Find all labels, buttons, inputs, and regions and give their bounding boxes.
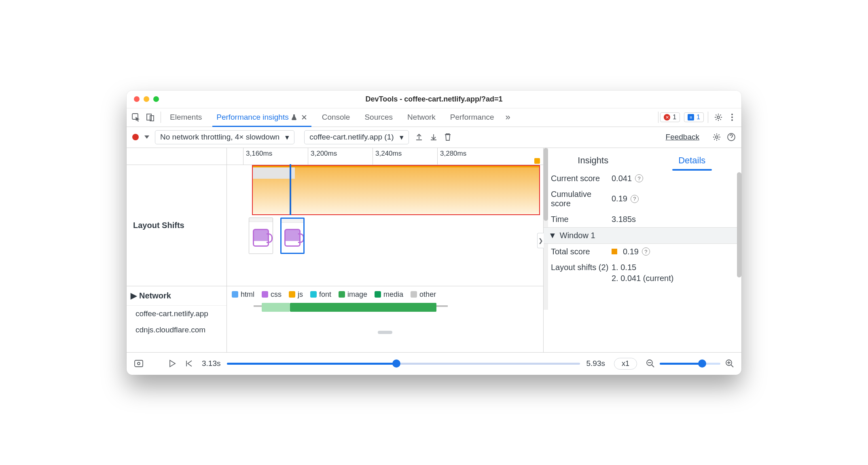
screenshot-thumbs [249, 218, 305, 254]
tab-network[interactable]: Network [400, 108, 443, 127]
details-tabs: Insights Details [544, 148, 741, 171]
help-icon[interactable]: ? [631, 195, 639, 203]
network-lane: html css js font image media other [227, 286, 543, 330]
recording-select[interactable]: coffee-cart.netlify.app (1) ▾ [304, 130, 409, 144]
speed-value: x1 [622, 359, 629, 368]
settings-icon[interactable] [710, 113, 727, 122]
zoom-out-icon[interactable] [646, 359, 655, 368]
tabs-overflow-icon[interactable]: » [502, 112, 514, 123]
network-host-row[interactable]: coffee-cart.netlify.app [127, 306, 227, 322]
score-chip [612, 249, 617, 254]
record-button[interactable] [132, 134, 139, 140]
zoom-window-button[interactable] [153, 96, 159, 102]
expand-icon: ▶ [131, 291, 137, 300]
inspect-element-icon[interactable] [131, 113, 140, 122]
zoom-controls [646, 359, 734, 368]
svg-point-10 [138, 362, 140, 365]
close-window-button[interactable] [134, 96, 140, 102]
network-bars[interactable] [232, 301, 538, 330]
more-menu-icon[interactable] [727, 113, 737, 122]
divider [658, 112, 658, 123]
tab-performance-insights[interactable]: Performance insights ✕ [209, 108, 314, 127]
selection-rect [252, 165, 540, 215]
devtools-window: DevTools - coffee-cart.netlify.app/?ad=1… [127, 91, 741, 375]
issues-count: 1 [697, 114, 700, 121]
throttling-value: No network throttling, 4× slowdown [160, 133, 279, 142]
minimize-window-button[interactable] [144, 96, 149, 102]
flask-icon [291, 114, 297, 120]
section-label: Window 1 [560, 231, 595, 240]
layout-shifts-row: Layout shifts (2) 1. 0.15 2. 0.041 (curr… [544, 260, 741, 286]
network-legend: html css js font image media other [232, 290, 538, 299]
tab-console[interactable]: Console [315, 108, 358, 127]
horizontal-splitter[interactable] [227, 330, 543, 335]
help-icon[interactable]: ? [635, 174, 643, 182]
errors-count: 1 [673, 114, 676, 121]
slider-track[interactable] [227, 363, 580, 365]
device-toolbar-icon[interactable] [146, 113, 155, 122]
tab-details[interactable]: Details [643, 150, 742, 171]
tab-label: Elements [170, 113, 202, 122]
help-icon[interactable]: ? [642, 247, 650, 256]
slider-knob[interactable] [392, 359, 400, 368]
panel-settings-icon[interactable] [712, 133, 721, 142]
skip-back-icon[interactable] [185, 359, 193, 368]
close-tab-icon[interactable]: ✕ [301, 113, 307, 122]
errors-badge[interactable]: ✕ 1 [660, 112, 680, 122]
network-lane-label[interactable]: ▶ Network [127, 286, 227, 306]
tab-elements[interactable]: Elements [163, 108, 209, 127]
feedback-link[interactable]: Feedback [666, 133, 699, 142]
ruler-tick: 3,160ms [243, 148, 272, 165]
cumulative-score-row: Cumulative score 0.19? [544, 186, 741, 211]
time-slider[interactable]: 3.13s 5.93s [202, 359, 605, 368]
delete-icon[interactable] [444, 133, 452, 142]
zoom-knob[interactable] [698, 359, 706, 368]
row-value: 0.19 [612, 194, 627, 203]
playback-speed[interactable]: x1 [614, 358, 637, 370]
zoom-in-icon[interactable] [725, 359, 734, 368]
main-area: Layout Shifts ▶ Network coffee-cart.netl… [127, 148, 741, 352]
timeline[interactable]: 3,160ms 3,200ms 3,240ms 3,280ms [227, 148, 543, 352]
screenshot-thumb-selected[interactable] [280, 218, 305, 254]
tab-insights[interactable]: Insights [544, 150, 643, 171]
tab-sources[interactable]: Sources [357, 108, 400, 127]
issue-icon: ≡ [688, 114, 694, 120]
issues-badge[interactable]: ≡ 1 [684, 112, 704, 122]
preview-toggle-icon[interactable] [134, 359, 144, 368]
layout-shift-item[interactable]: 2. 0.041 (current) [612, 274, 673, 283]
legend-js: js [289, 290, 303, 299]
tab-performance[interactable]: Performance [443, 108, 502, 127]
network-host-row[interactable]: cdnjs.cloudflare.com [127, 322, 227, 338]
tab-label: Network [407, 113, 436, 122]
zoom-slider[interactable] [660, 363, 720, 365]
layout-shift-item[interactable]: 1. 0.15 [612, 263, 636, 272]
insights-toolbar: No network throttling, 4× slowdown ▾ cof… [127, 127, 741, 148]
legend-other: other [411, 290, 436, 299]
request-bar[interactable] [262, 303, 290, 312]
svg-point-4 [731, 114, 733, 115]
playhead[interactable] [290, 164, 291, 215]
help-icon[interactable] [727, 133, 736, 142]
export-icon[interactable] [415, 133, 423, 142]
ruler-tick: 3,200ms [308, 148, 337, 165]
tick-label: 3,200ms [311, 150, 337, 158]
vertical-scrollbar-thumb[interactable] [737, 172, 741, 277]
chevron-down-icon: ▾ [400, 133, 404, 142]
divider [161, 112, 161, 123]
collapse-panel-icon[interactable]: ❯ [537, 233, 544, 248]
tick-label: 3,240ms [375, 150, 402, 158]
marker-icon[interactable] [534, 158, 540, 164]
throttling-select[interactable]: No network throttling, 4× slowdown ▾ [155, 130, 294, 144]
screenshot-thumb[interactable] [249, 218, 273, 254]
record-menu-icon[interactable] [144, 135, 149, 139]
slider-start: 3.13s [202, 359, 220, 368]
ruler-tick: 3,280ms [437, 148, 466, 165]
layout-shifts-lane[interactable] [227, 165, 543, 286]
time-ruler[interactable]: 3,160ms 3,200ms 3,240ms 3,280ms [227, 148, 543, 165]
window-section-header[interactable]: ▼ Window 1 [544, 227, 741, 244]
play-icon[interactable] [169, 359, 176, 368]
import-icon[interactable] [429, 133, 438, 142]
divider [708, 112, 708, 123]
request-bar[interactable] [290, 303, 436, 312]
time-row: Time 3.185s [544, 211, 741, 227]
